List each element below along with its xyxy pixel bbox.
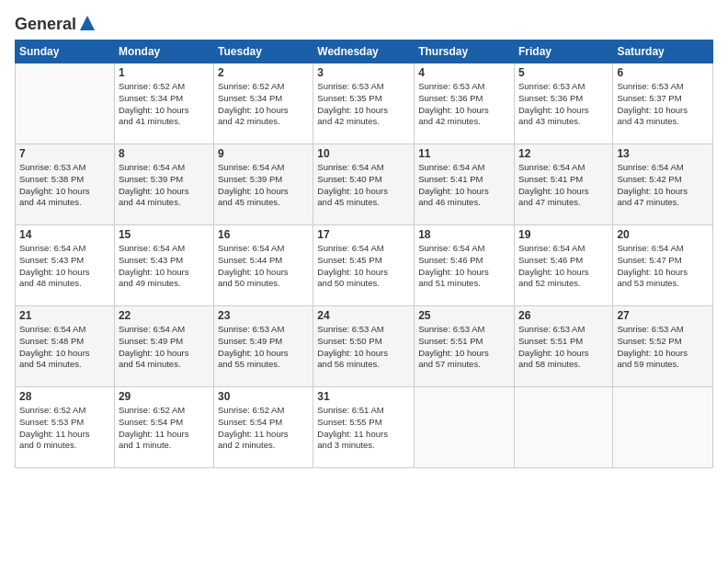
day-info: Sunrise: 6:54 AM Sunset: 5:46 PM Dayligh… <box>518 243 609 290</box>
day-cell: 15Sunrise: 6:54 AM Sunset: 5:43 PM Dayli… <box>114 225 213 306</box>
day-info: Sunrise: 6:53 AM Sunset: 5:38 PM Dayligh… <box>19 162 110 209</box>
day-cell <box>16 63 115 144</box>
week-row-2: 7Sunrise: 6:53 AM Sunset: 5:38 PM Daylig… <box>16 144 713 225</box>
day-cell: 18Sunrise: 6:54 AM Sunset: 5:46 PM Dayli… <box>415 225 515 306</box>
day-number: 1 <box>119 66 210 79</box>
header-day-wednesday: Wednesday <box>313 40 415 63</box>
day-number: 27 <box>617 309 709 322</box>
day-cell: 12Sunrise: 6:54 AM Sunset: 5:41 PM Dayli… <box>514 144 612 225</box>
day-number: 23 <box>218 309 309 322</box>
header-day-monday: Monday <box>114 40 213 63</box>
header: General <box>15 15 713 30</box>
day-info: Sunrise: 6:54 AM Sunset: 5:41 PM Dayligh… <box>518 162 609 209</box>
day-info: Sunrise: 6:53 AM Sunset: 5:37 PM Dayligh… <box>617 81 709 128</box>
day-number: 22 <box>119 309 210 322</box>
svg-marker-0 <box>80 16 95 30</box>
day-number: 13 <box>617 147 709 160</box>
day-info: Sunrise: 6:54 AM Sunset: 5:47 PM Dayligh… <box>617 243 709 290</box>
week-row-1: 1Sunrise: 6:52 AM Sunset: 5:34 PM Daylig… <box>16 63 713 144</box>
logo-general: General <box>15 15 76 34</box>
day-number: 12 <box>518 147 609 160</box>
day-cell: 20Sunrise: 6:54 AM Sunset: 5:47 PM Dayli… <box>613 225 713 306</box>
day-info: Sunrise: 6:54 AM Sunset: 5:48 PM Dayligh… <box>19 324 110 371</box>
day-info: Sunrise: 6:53 AM Sunset: 5:51 PM Dayligh… <box>518 324 609 371</box>
header-day-thursday: Thursday <box>415 40 515 63</box>
day-cell <box>415 387 515 468</box>
day-cell: 22Sunrise: 6:54 AM Sunset: 5:49 PM Dayli… <box>114 306 213 387</box>
day-number: 17 <box>317 228 410 241</box>
day-number: 26 <box>518 309 609 322</box>
day-cell: 7Sunrise: 6:53 AM Sunset: 5:38 PM Daylig… <box>16 144 115 225</box>
day-number: 11 <box>418 147 510 160</box>
day-number: 9 <box>218 147 309 160</box>
day-info: Sunrise: 6:54 AM Sunset: 5:44 PM Dayligh… <box>218 243 309 290</box>
day-info: Sunrise: 6:54 AM Sunset: 5:43 PM Dayligh… <box>19 243 110 290</box>
day-number: 30 <box>218 390 309 403</box>
week-row-5: 28Sunrise: 6:52 AM Sunset: 5:53 PM Dayli… <box>16 387 713 468</box>
day-info: Sunrise: 6:53 AM Sunset: 5:51 PM Dayligh… <box>418 324 510 371</box>
day-cell: 10Sunrise: 6:54 AM Sunset: 5:40 PM Dayli… <box>313 144 415 225</box>
day-number: 14 <box>19 228 110 241</box>
day-number: 2 <box>218 66 309 79</box>
day-number: 28 <box>19 390 110 403</box>
day-number: 7 <box>19 147 110 160</box>
week-row-3: 14Sunrise: 6:54 AM Sunset: 5:43 PM Dayli… <box>16 225 713 306</box>
day-cell: 25Sunrise: 6:53 AM Sunset: 5:51 PM Dayli… <box>415 306 515 387</box>
day-number: 10 <box>317 147 410 160</box>
day-number: 5 <box>518 66 609 79</box>
day-cell: 6Sunrise: 6:53 AM Sunset: 5:37 PM Daylig… <box>613 63 713 144</box>
day-info: Sunrise: 6:54 AM Sunset: 5:49 PM Dayligh… <box>119 324 210 371</box>
day-info: Sunrise: 6:54 AM Sunset: 5:39 PM Dayligh… <box>119 162 210 209</box>
day-cell: 30Sunrise: 6:52 AM Sunset: 5:54 PM Dayli… <box>214 387 313 468</box>
day-cell: 19Sunrise: 6:54 AM Sunset: 5:46 PM Dayli… <box>514 225 612 306</box>
header-day-friday: Friday <box>514 40 612 63</box>
calendar-table: SundayMondayTuesdayWednesdayThursdayFrid… <box>15 40 713 468</box>
day-cell: 16Sunrise: 6:54 AM Sunset: 5:44 PM Dayli… <box>214 225 313 306</box>
day-info: Sunrise: 6:53 AM Sunset: 5:36 PM Dayligh… <box>518 81 609 128</box>
day-info: Sunrise: 6:53 AM Sunset: 5:49 PM Dayligh… <box>218 324 309 371</box>
day-number: 8 <box>119 147 210 160</box>
day-cell: 26Sunrise: 6:53 AM Sunset: 5:51 PM Dayli… <box>514 306 612 387</box>
header-row: SundayMondayTuesdayWednesdayThursdayFrid… <box>16 40 713 63</box>
day-cell: 17Sunrise: 6:54 AM Sunset: 5:45 PM Dayli… <box>313 225 415 306</box>
header-day-sunday: Sunday <box>16 40 115 63</box>
day-cell: 27Sunrise: 6:53 AM Sunset: 5:52 PM Dayli… <box>613 306 713 387</box>
logo: General <box>15 15 97 30</box>
day-info: Sunrise: 6:54 AM Sunset: 5:40 PM Dayligh… <box>317 162 410 209</box>
header-day-saturday: Saturday <box>613 40 713 63</box>
day-cell: 2Sunrise: 6:52 AM Sunset: 5:34 PM Daylig… <box>214 63 313 144</box>
day-number: 6 <box>617 66 709 79</box>
day-cell: 31Sunrise: 6:51 AM Sunset: 5:55 PM Dayli… <box>313 387 415 468</box>
day-info: Sunrise: 6:53 AM Sunset: 5:36 PM Dayligh… <box>418 81 510 128</box>
day-info: Sunrise: 6:53 AM Sunset: 5:35 PM Dayligh… <box>317 81 410 128</box>
day-info: Sunrise: 6:51 AM Sunset: 5:55 PM Dayligh… <box>317 405 410 452</box>
day-cell <box>613 387 713 468</box>
day-cell: 8Sunrise: 6:54 AM Sunset: 5:39 PM Daylig… <box>114 144 213 225</box>
logo-icon <box>78 14 97 32</box>
day-cell: 24Sunrise: 6:53 AM Sunset: 5:50 PM Dayli… <box>313 306 415 387</box>
day-number: 4 <box>418 66 510 79</box>
day-number: 31 <box>317 390 410 403</box>
day-cell: 21Sunrise: 6:54 AM Sunset: 5:48 PM Dayli… <box>16 306 115 387</box>
day-info: Sunrise: 6:52 AM Sunset: 5:34 PM Dayligh… <box>119 81 210 128</box>
day-cell: 5Sunrise: 6:53 AM Sunset: 5:36 PM Daylig… <box>514 63 612 144</box>
week-row-4: 21Sunrise: 6:54 AM Sunset: 5:48 PM Dayli… <box>16 306 713 387</box>
day-cell: 3Sunrise: 6:53 AM Sunset: 5:35 PM Daylig… <box>313 63 415 144</box>
day-number: 24 <box>317 309 410 322</box>
day-info: Sunrise: 6:54 AM Sunset: 5:42 PM Dayligh… <box>617 162 709 209</box>
day-number: 19 <box>518 228 609 241</box>
day-info: Sunrise: 6:54 AM Sunset: 5:46 PM Dayligh… <box>418 243 510 290</box>
day-number: 3 <box>317 66 410 79</box>
day-info: Sunrise: 6:54 AM Sunset: 5:41 PM Dayligh… <box>418 162 510 209</box>
day-cell: 23Sunrise: 6:53 AM Sunset: 5:49 PM Dayli… <box>214 306 313 387</box>
day-cell: 11Sunrise: 6:54 AM Sunset: 5:41 PM Dayli… <box>415 144 515 225</box>
day-info: Sunrise: 6:54 AM Sunset: 5:45 PM Dayligh… <box>317 243 410 290</box>
day-info: Sunrise: 6:52 AM Sunset: 5:53 PM Dayligh… <box>19 405 110 452</box>
day-cell: 1Sunrise: 6:52 AM Sunset: 5:34 PM Daylig… <box>114 63 213 144</box>
day-info: Sunrise: 6:53 AM Sunset: 5:50 PM Dayligh… <box>317 324 410 371</box>
day-number: 29 <box>119 390 210 403</box>
day-info: Sunrise: 6:53 AM Sunset: 5:52 PM Dayligh… <box>617 324 709 371</box>
day-number: 21 <box>19 309 110 322</box>
day-number: 18 <box>418 228 510 241</box>
day-cell: 4Sunrise: 6:53 AM Sunset: 5:36 PM Daylig… <box>415 63 515 144</box>
